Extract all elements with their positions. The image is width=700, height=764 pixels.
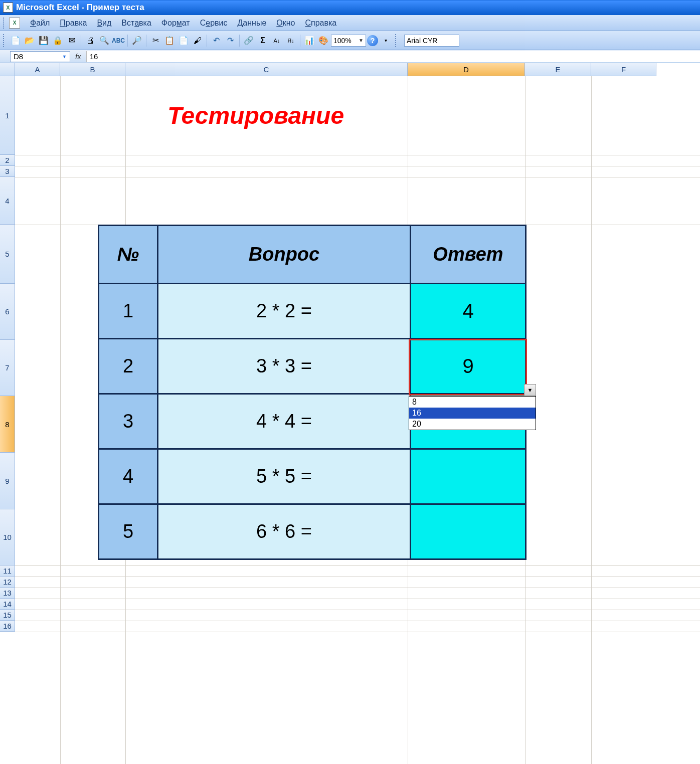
cell-question[interactable]: 6 * 6 = — [158, 504, 411, 559]
help-button[interactable]: ? — [367, 35, 378, 46]
menu-window[interactable]: Окно — [271, 17, 300, 30]
toolbar-options-button[interactable]: ▾ — [379, 34, 392, 47]
menu-view[interactable]: Вид — [92, 17, 116, 30]
col-header-D[interactable]: D — [408, 63, 525, 76]
spellcheck-button[interactable]: ABC — [112, 34, 125, 47]
col-header-F[interactable]: F — [591, 63, 656, 76]
row-header-8[interactable]: 8 — [0, 396, 15, 453]
autosum-button[interactable]: Σ — [256, 34, 269, 47]
hyperlink-button[interactable]: 🔗 — [242, 34, 255, 47]
redo-button[interactable]: ↷ — [224, 34, 237, 47]
excel-doc-icon: X — [9, 18, 20, 29]
chevron-down-icon: ▼ — [359, 38, 364, 43]
row-header-6[interactable]: 6 — [0, 284, 15, 340]
cell-answer[interactable]: 9 — [411, 339, 526, 394]
cell-answer[interactable]: 4 — [411, 284, 526, 339]
fx-label[interactable]: fx — [75, 52, 81, 61]
cell-question[interactable]: 5 * 5 = — [158, 449, 411, 504]
chevron-down-icon: ▼ — [62, 54, 67, 59]
separator-icon — [239, 35, 240, 47]
menu-edit[interactable]: Правка — [55, 17, 92, 30]
cell-num[interactable]: 4 — [99, 449, 158, 504]
permission-button[interactable]: 🔒 — [51, 34, 64, 47]
cell-num[interactable]: 2 — [99, 339, 158, 394]
row-header-10[interactable]: 10 — [0, 509, 15, 565]
row-header-9[interactable]: 9 — [0, 453, 15, 509]
research-button[interactable]: 🔎 — [130, 34, 143, 47]
row-header-2[interactable]: 2 — [0, 155, 15, 166]
menu-file[interactable]: Файл — [25, 17, 55, 30]
row-header-5[interactable]: 5 — [0, 225, 15, 284]
cell-question[interactable]: 3 * 3 = — [158, 339, 411, 394]
menu-help[interactable]: Справка — [300, 17, 341, 30]
chart-wizard-button[interactable]: 📊 — [303, 34, 316, 47]
row-header-3[interactable]: 3 — [0, 166, 15, 177]
save-button[interactable]: 💾 — [37, 34, 50, 47]
email-button[interactable]: ✉ — [65, 34, 78, 47]
new-doc-button[interactable]: 📄 — [9, 34, 22, 47]
menu-insert[interactable]: Вставка — [116, 17, 156, 30]
row-header-4[interactable]: 4 — [0, 177, 15, 225]
cell-num[interactable]: 3 — [99, 394, 158, 449]
col-header-C[interactable]: C — [125, 63, 408, 76]
formula-input[interactable]: 16 — [86, 51, 700, 62]
print-preview-button[interactable]: 🔍 — [98, 34, 111, 47]
sort-desc-button[interactable]: Я↓ — [284, 34, 297, 47]
cell-answer[interactable] — [411, 449, 526, 504]
sort-asc-button[interactable]: А↓ — [270, 34, 283, 47]
col-header-B[interactable]: B — [60, 63, 125, 76]
copy-button[interactable]: 📋 — [163, 34, 176, 47]
row-header-14[interactable]: 14 — [0, 599, 15, 610]
header-answer: Ответ — [411, 226, 526, 284]
dropdown-option-highlighted[interactable]: 16 — [409, 408, 536, 419]
row-headers: 1 2 3 4 5 6 7 8 9 10 11 12 13 14 15 16 — [0, 76, 15, 764]
dropdown-option[interactable]: 20 — [409, 419, 536, 430]
menu-data[interactable]: Данные — [232, 17, 271, 30]
column-headers: A B C D E F — [15, 63, 656, 76]
print-button[interactable]: 🖨 — [84, 34, 97, 47]
row-header-15[interactable]: 15 — [0, 610, 15, 621]
menu-tools[interactable]: Сервис — [195, 17, 233, 30]
open-button[interactable]: 📂 — [23, 34, 36, 47]
table-row: 5 6 * 6 = — [99, 504, 526, 559]
drawing-button[interactable]: 🎨 — [317, 34, 330, 47]
title-bar: X Microsoft Excel - Пример теста — [0, 0, 700, 15]
table-row: 2 3 * 3 = 9 — [99, 339, 526, 394]
select-all-corner[interactable] — [0, 63, 15, 76]
cell-answer[interactable] — [411, 504, 526, 559]
row-header-1[interactable]: 1 — [0, 76, 15, 155]
row-header-13[interactable]: 13 — [0, 588, 15, 599]
cell-question[interactable]: 2 * 2 = — [158, 284, 411, 339]
cell-reference: D8 — [14, 52, 23, 61]
sheet-title: Тестирование — [60, 76, 451, 155]
worksheet-cells[interactable]: Тестирование № Вопрос Ответ 1 2 * 2 = 4 … — [15, 76, 700, 764]
row-header-7[interactable]: 7 — [0, 340, 15, 396]
row-header-11[interactable]: 11 — [0, 565, 15, 577]
dropdown-option[interactable]: 8 — [409, 397, 536, 408]
formula-bar: D8 ▼ fx 16 — [0, 50, 700, 63]
cut-button[interactable]: ✂ — [149, 34, 162, 47]
chevron-down-icon: ▼ — [528, 387, 533, 393]
menu-format[interactable]: Формат — [156, 17, 195, 30]
dropdown-button[interactable]: ▼ — [524, 384, 536, 396]
row-header-16[interactable]: 16 — [0, 621, 15, 632]
col-header-E[interactable]: E — [525, 63, 591, 76]
validation-dropdown-list[interactable]: 8 16 20 — [409, 396, 536, 430]
font-combo[interactable]: Arial CYR — [404, 35, 459, 47]
cell-num[interactable]: 1 — [99, 284, 158, 339]
col-header-A[interactable]: A — [15, 63, 60, 76]
zoom-combo[interactable]: 100% ▼ — [331, 35, 366, 47]
row-header-12[interactable]: 12 — [0, 577, 15, 588]
separator-icon — [207, 35, 207, 47]
paste-button[interactable]: 📄 — [177, 34, 190, 47]
header-question: Вопрос — [158, 226, 411, 284]
cell-question[interactable]: 4 * 4 = — [158, 394, 411, 449]
undo-button[interactable]: ↶ — [210, 34, 223, 47]
menubar-grip-icon — [3, 18, 7, 29]
formula-value: 16 — [90, 52, 98, 61]
format-painter-button[interactable]: 🖌 — [191, 34, 204, 47]
cell-num[interactable]: 5 — [99, 504, 158, 559]
separator-icon — [81, 35, 81, 47]
table-row: 1 2 * 2 = 4 — [99, 284, 526, 339]
name-box[interactable]: D8 ▼ — [10, 51, 70, 62]
